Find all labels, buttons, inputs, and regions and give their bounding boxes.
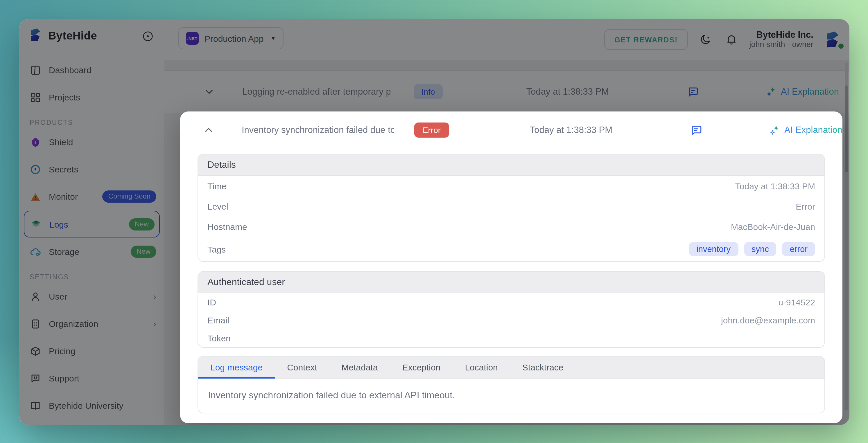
sparkles-icon: [769, 124, 780, 136]
expanded-log-body: Details Time Today at 1:38:33 PM Level E…: [180, 149, 842, 413]
tag-chip: error: [782, 242, 815, 256]
auth-row-id: ID u-914522: [198, 293, 825, 311]
tab-location[interactable]: Location: [453, 356, 510, 379]
details-panel: Details Time Today at 1:38:33 PM Level E…: [197, 154, 825, 262]
tab-context[interactable]: Context: [275, 356, 329, 379]
tab-stacktrace[interactable]: Stacktrace: [510, 356, 576, 379]
authenticated-user-panel: Authenticated user ID u-914522 Email joh…: [197, 271, 825, 348]
log-detail-tabs-panel: Log message Context Metadata Exception L…: [197, 356, 825, 413]
comment-icon[interactable]: [673, 124, 719, 136]
tags-list: inventory sync error: [689, 242, 815, 256]
auth-panel-title: Authenticated user: [198, 272, 825, 293]
log-message-content: Inventory synchronization failed due to …: [198, 379, 825, 413]
log-message-preview: Inventory synchronization failed due to …: [242, 125, 394, 135]
level-badge-error: Error: [414, 122, 449, 138]
tab-exception[interactable]: Exception: [390, 356, 453, 379]
details-panel-title: Details: [198, 155, 825, 176]
expanded-log-header[interactable]: Inventory synchronization failed due to …: [180, 111, 842, 149]
tab-log-message[interactable]: Log message: [198, 356, 275, 379]
expanded-log-card: Inventory synchronization failed due to …: [180, 111, 842, 423]
auth-row-token: Token: [198, 329, 825, 347]
tag-chip: inventory: [689, 242, 738, 256]
ai-explanation-label: AI Explanation: [784, 125, 842, 135]
chevron-up-icon[interactable]: [202, 124, 217, 136]
detail-row-level: Level Error: [198, 196, 825, 216]
detail-row-hostname: Hostname MacBook-Air-de-Juan: [198, 216, 825, 237]
tab-bar: Log message Context Metadata Exception L…: [198, 356, 825, 379]
log-timestamp: Today at 1:38:33 PM: [469, 125, 673, 135]
detail-row-time: Time Today at 1:38:33 PM: [198, 176, 825, 196]
ai-explanation-button[interactable]: AI Explanation: [719, 124, 842, 136]
tag-chip: sync: [744, 242, 776, 256]
tab-metadata[interactable]: Metadata: [330, 356, 390, 379]
stage: ByteHide Dashboard: [0, 0, 868, 443]
auth-row-email: Email john.doe@example.com: [198, 311, 825, 329]
detail-row-tags: Tags inventory sync error: [198, 237, 825, 261]
app-window: ByteHide Dashboard: [19, 19, 849, 425]
